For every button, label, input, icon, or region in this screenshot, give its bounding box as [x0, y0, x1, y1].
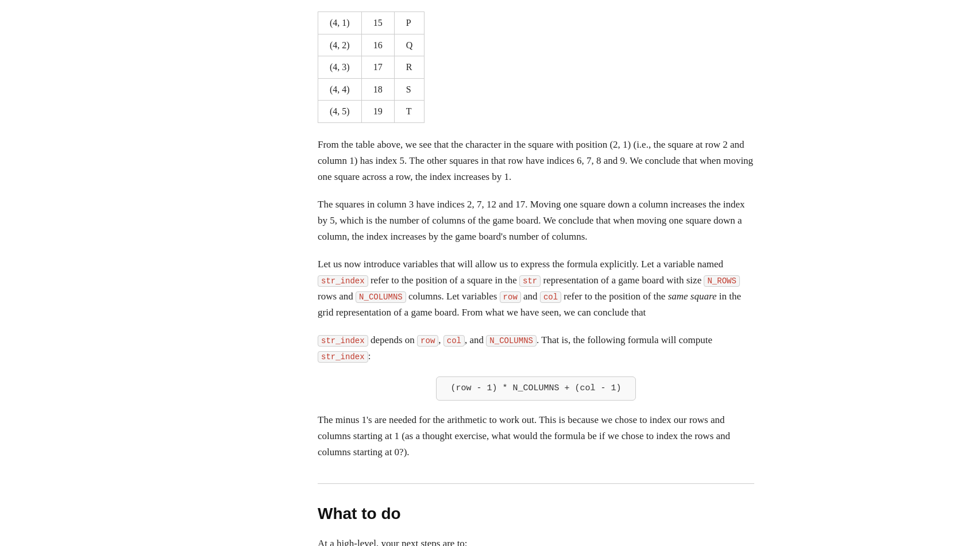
- page-container: (4, 1)15P(4, 2)16Q(4, 3)17R(4, 4)18S(4, …: [203, 0, 777, 546]
- table-row: (4, 3)17R: [318, 56, 425, 79]
- code-col-1: col: [540, 291, 561, 303]
- table-cell: Q: [394, 34, 425, 56]
- table-cell: (4, 3): [318, 56, 362, 79]
- code-str-index-3: str_index: [318, 351, 368, 363]
- table-cell: P: [394, 12, 425, 34]
- paragraph-3: Let us now introduce variables that will…: [318, 256, 754, 321]
- data-table: (4, 1)15P(4, 2)16Q(4, 3)17R(4, 4)18S(4, …: [318, 11, 425, 123]
- p3-middle2: representation of a game board with size: [541, 275, 704, 286]
- code-str-index-1: str_index: [318, 275, 368, 287]
- table-row: (4, 4)18S: [318, 78, 425, 101]
- p4-comma1: ,: [438, 334, 443, 345]
- p3-text-before: Let us now introduce variables that will…: [318, 259, 723, 270]
- table-cell: 19: [361, 101, 394, 123]
- code-str: str: [519, 275, 541, 287]
- p3-middle3: rows and: [318, 291, 356, 302]
- table-cell: 15: [361, 12, 394, 34]
- paragraph-1: From the table above, we see that the ch…: [318, 137, 754, 185]
- section-title: What to do: [318, 501, 754, 527]
- paragraph-4: str_index depends on row, col, and N_COL…: [318, 332, 754, 364]
- p4-middle1: depends on: [368, 334, 417, 345]
- paragraph-2-text: The squares in column 3 have indices 2, …: [318, 199, 745, 242]
- table-cell: R: [394, 56, 425, 79]
- p3-middle6: refer to the position of the: [561, 291, 668, 302]
- p3-middle5: and: [521, 291, 540, 302]
- section-divider: [318, 483, 754, 484]
- table-cell: T: [394, 101, 425, 123]
- code-str-index-2: str_index: [318, 335, 368, 347]
- table-cell: (4, 2): [318, 34, 362, 56]
- code-n-columns-2: N_COLUMNS: [486, 335, 537, 347]
- table-cell: 18: [361, 78, 394, 101]
- code-row-2: row: [417, 335, 438, 347]
- formula-box: (row - 1) * N_COLUMNS + (col - 1): [436, 376, 635, 401]
- code-row-1: row: [500, 291, 521, 303]
- formula-text: (row - 1) * N_COLUMNS + (col - 1): [450, 383, 621, 393]
- table-cell: (4, 5): [318, 101, 362, 123]
- paragraph-5-text: The minus 1's are needed for the arithme…: [318, 414, 730, 457]
- p4-end: . That is, the following formula will co…: [537, 334, 712, 345]
- table-cell: S: [394, 78, 425, 101]
- table-row: (4, 2)16Q: [318, 34, 425, 56]
- paragraph-2: The squares in column 3 have indices 2, …: [318, 197, 754, 245]
- table-cell: 16: [361, 34, 394, 56]
- table-cell: (4, 1): [318, 12, 362, 34]
- p3-middle1: refer to the position of a square in the: [368, 275, 519, 286]
- table-row: (4, 5)19T: [318, 101, 425, 123]
- paragraph-5: The minus 1's are needed for the arithme…: [318, 412, 754, 460]
- table-cell: 17: [361, 56, 394, 79]
- table-cell: (4, 4): [318, 78, 362, 101]
- code-n-rows: N_ROWS: [704, 275, 739, 287]
- formula-block: (row - 1) * N_COLUMNS + (col - 1): [318, 376, 754, 401]
- p3-middle4: columns. Let variables: [406, 291, 500, 302]
- p4-colon: :: [368, 351, 371, 362]
- p4-comma2: , and: [465, 334, 486, 345]
- code-n-columns-1: N_COLUMNS: [356, 291, 406, 303]
- paragraph-1-text: From the table above, we see that the ch…: [318, 139, 753, 182]
- high-level-text: At a high-level, your next steps are to:: [318, 536, 754, 546]
- table-row: (4, 1)15P: [318, 12, 425, 34]
- italic-same-square: same square: [668, 291, 717, 302]
- code-col-2: col: [443, 335, 465, 347]
